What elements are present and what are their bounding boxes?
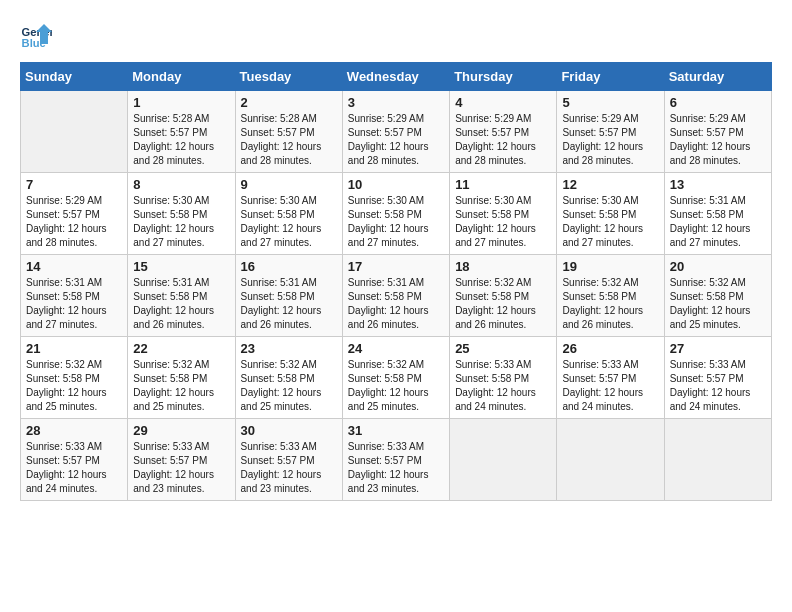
day-cell: 22Sunrise: 5:32 AM Sunset: 5:58 PM Dayli…	[128, 337, 235, 419]
col-header-tuesday: Tuesday	[235, 63, 342, 91]
day-cell: 17Sunrise: 5:31 AM Sunset: 5:58 PM Dayli…	[342, 255, 449, 337]
day-cell: 31Sunrise: 5:33 AM Sunset: 5:57 PM Dayli…	[342, 419, 449, 501]
day-number: 16	[241, 259, 337, 274]
day-cell: 27Sunrise: 5:33 AM Sunset: 5:57 PM Dayli…	[664, 337, 771, 419]
day-number: 10	[348, 177, 444, 192]
day-cell: 15Sunrise: 5:31 AM Sunset: 5:58 PM Dayli…	[128, 255, 235, 337]
col-header-thursday: Thursday	[450, 63, 557, 91]
day-number: 24	[348, 341, 444, 356]
day-cell: 23Sunrise: 5:32 AM Sunset: 5:58 PM Dayli…	[235, 337, 342, 419]
day-info: Sunrise: 5:29 AM Sunset: 5:57 PM Dayligh…	[455, 112, 551, 168]
day-cell: 29Sunrise: 5:33 AM Sunset: 5:57 PM Dayli…	[128, 419, 235, 501]
day-cell: 7Sunrise: 5:29 AM Sunset: 5:57 PM Daylig…	[21, 173, 128, 255]
day-number: 9	[241, 177, 337, 192]
day-info: Sunrise: 5:28 AM Sunset: 5:57 PM Dayligh…	[241, 112, 337, 168]
day-cell	[450, 419, 557, 501]
day-info: Sunrise: 5:30 AM Sunset: 5:58 PM Dayligh…	[455, 194, 551, 250]
day-number: 7	[26, 177, 122, 192]
day-info: Sunrise: 5:33 AM Sunset: 5:57 PM Dayligh…	[562, 358, 658, 414]
day-cell: 28Sunrise: 5:33 AM Sunset: 5:57 PM Dayli…	[21, 419, 128, 501]
day-cell: 2Sunrise: 5:28 AM Sunset: 5:57 PM Daylig…	[235, 91, 342, 173]
day-number: 17	[348, 259, 444, 274]
day-cell: 19Sunrise: 5:32 AM Sunset: 5:58 PM Dayli…	[557, 255, 664, 337]
day-cell: 8Sunrise: 5:30 AM Sunset: 5:58 PM Daylig…	[128, 173, 235, 255]
col-header-saturday: Saturday	[664, 63, 771, 91]
day-info: Sunrise: 5:29 AM Sunset: 5:57 PM Dayligh…	[562, 112, 658, 168]
day-info: Sunrise: 5:30 AM Sunset: 5:58 PM Dayligh…	[562, 194, 658, 250]
day-info: Sunrise: 5:31 AM Sunset: 5:58 PM Dayligh…	[348, 276, 444, 332]
col-header-friday: Friday	[557, 63, 664, 91]
day-number: 29	[133, 423, 229, 438]
day-info: Sunrise: 5:32 AM Sunset: 5:58 PM Dayligh…	[562, 276, 658, 332]
day-cell: 12Sunrise: 5:30 AM Sunset: 5:58 PM Dayli…	[557, 173, 664, 255]
day-number: 11	[455, 177, 551, 192]
day-cell	[664, 419, 771, 501]
day-cell: 26Sunrise: 5:33 AM Sunset: 5:57 PM Dayli…	[557, 337, 664, 419]
col-header-monday: Monday	[128, 63, 235, 91]
day-info: Sunrise: 5:31 AM Sunset: 5:58 PM Dayligh…	[26, 276, 122, 332]
day-number: 12	[562, 177, 658, 192]
day-number: 22	[133, 341, 229, 356]
day-info: Sunrise: 5:30 AM Sunset: 5:58 PM Dayligh…	[133, 194, 229, 250]
day-info: Sunrise: 5:31 AM Sunset: 5:58 PM Dayligh…	[241, 276, 337, 332]
day-info: Sunrise: 5:32 AM Sunset: 5:58 PM Dayligh…	[348, 358, 444, 414]
day-number: 31	[348, 423, 444, 438]
day-cell: 4Sunrise: 5:29 AM Sunset: 5:57 PM Daylig…	[450, 91, 557, 173]
day-number: 25	[455, 341, 551, 356]
day-number: 27	[670, 341, 766, 356]
day-info: Sunrise: 5:31 AM Sunset: 5:58 PM Dayligh…	[670, 194, 766, 250]
day-number: 19	[562, 259, 658, 274]
day-cell	[557, 419, 664, 501]
day-cell: 30Sunrise: 5:33 AM Sunset: 5:57 PM Dayli…	[235, 419, 342, 501]
day-info: Sunrise: 5:33 AM Sunset: 5:57 PM Dayligh…	[26, 440, 122, 496]
day-info: Sunrise: 5:30 AM Sunset: 5:58 PM Dayligh…	[241, 194, 337, 250]
day-cell: 11Sunrise: 5:30 AM Sunset: 5:58 PM Dayli…	[450, 173, 557, 255]
day-number: 6	[670, 95, 766, 110]
day-number: 30	[241, 423, 337, 438]
logo-icon: General Blue	[20, 20, 52, 52]
calendar-table: SundayMondayTuesdayWednesdayThursdayFrid…	[20, 62, 772, 501]
day-info: Sunrise: 5:28 AM Sunset: 5:57 PM Dayligh…	[133, 112, 229, 168]
day-cell	[21, 91, 128, 173]
week-row-2: 7Sunrise: 5:29 AM Sunset: 5:57 PM Daylig…	[21, 173, 772, 255]
day-number: 1	[133, 95, 229, 110]
day-info: Sunrise: 5:32 AM Sunset: 5:58 PM Dayligh…	[133, 358, 229, 414]
day-cell: 21Sunrise: 5:32 AM Sunset: 5:58 PM Dayli…	[21, 337, 128, 419]
day-info: Sunrise: 5:33 AM Sunset: 5:57 PM Dayligh…	[348, 440, 444, 496]
day-info: Sunrise: 5:29 AM Sunset: 5:57 PM Dayligh…	[670, 112, 766, 168]
day-cell: 9Sunrise: 5:30 AM Sunset: 5:58 PM Daylig…	[235, 173, 342, 255]
day-cell: 13Sunrise: 5:31 AM Sunset: 5:58 PM Dayli…	[664, 173, 771, 255]
logo: General Blue	[20, 20, 56, 52]
day-cell: 20Sunrise: 5:32 AM Sunset: 5:58 PM Dayli…	[664, 255, 771, 337]
week-row-4: 21Sunrise: 5:32 AM Sunset: 5:58 PM Dayli…	[21, 337, 772, 419]
day-cell: 5Sunrise: 5:29 AM Sunset: 5:57 PM Daylig…	[557, 91, 664, 173]
day-cell: 3Sunrise: 5:29 AM Sunset: 5:57 PM Daylig…	[342, 91, 449, 173]
day-info: Sunrise: 5:29 AM Sunset: 5:57 PM Dayligh…	[26, 194, 122, 250]
day-info: Sunrise: 5:33 AM Sunset: 5:57 PM Dayligh…	[670, 358, 766, 414]
day-number: 3	[348, 95, 444, 110]
day-cell: 18Sunrise: 5:32 AM Sunset: 5:58 PM Dayli…	[450, 255, 557, 337]
day-number: 18	[455, 259, 551, 274]
day-number: 20	[670, 259, 766, 274]
day-info: Sunrise: 5:33 AM Sunset: 5:57 PM Dayligh…	[241, 440, 337, 496]
day-info: Sunrise: 5:32 AM Sunset: 5:58 PM Dayligh…	[670, 276, 766, 332]
day-info: Sunrise: 5:32 AM Sunset: 5:58 PM Dayligh…	[26, 358, 122, 414]
day-cell: 6Sunrise: 5:29 AM Sunset: 5:57 PM Daylig…	[664, 91, 771, 173]
day-info: Sunrise: 5:31 AM Sunset: 5:58 PM Dayligh…	[133, 276, 229, 332]
day-cell: 25Sunrise: 5:33 AM Sunset: 5:58 PM Dayli…	[450, 337, 557, 419]
day-info: Sunrise: 5:32 AM Sunset: 5:58 PM Dayligh…	[455, 276, 551, 332]
day-number: 2	[241, 95, 337, 110]
day-info: Sunrise: 5:29 AM Sunset: 5:57 PM Dayligh…	[348, 112, 444, 168]
col-header-wednesday: Wednesday	[342, 63, 449, 91]
day-cell: 16Sunrise: 5:31 AM Sunset: 5:58 PM Dayli…	[235, 255, 342, 337]
day-info: Sunrise: 5:33 AM Sunset: 5:57 PM Dayligh…	[133, 440, 229, 496]
day-number: 26	[562, 341, 658, 356]
day-info: Sunrise: 5:30 AM Sunset: 5:58 PM Dayligh…	[348, 194, 444, 250]
header: General Blue	[20, 20, 772, 52]
day-number: 13	[670, 177, 766, 192]
day-number: 23	[241, 341, 337, 356]
day-number: 8	[133, 177, 229, 192]
day-info: Sunrise: 5:33 AM Sunset: 5:58 PM Dayligh…	[455, 358, 551, 414]
day-cell: 10Sunrise: 5:30 AM Sunset: 5:58 PM Dayli…	[342, 173, 449, 255]
day-number: 4	[455, 95, 551, 110]
